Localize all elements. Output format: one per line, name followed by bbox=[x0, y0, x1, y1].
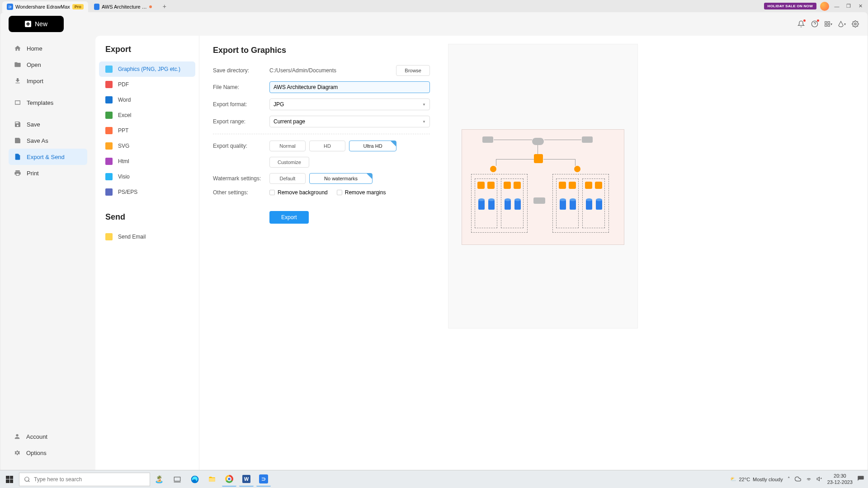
ec2-icon bbox=[514, 182, 521, 189]
sidebar-item-export[interactable]: Export & Send bbox=[9, 149, 87, 165]
bell-icon[interactable] bbox=[797, 20, 805, 28]
export-item-html[interactable]: Html bbox=[99, 154, 195, 169]
search-placeholder: Type here to search bbox=[34, 476, 82, 483]
remove-margin-label: Remove margins bbox=[345, 189, 386, 196]
saveas-icon bbox=[14, 137, 21, 144]
export-button[interactable]: Export bbox=[269, 211, 309, 224]
divider bbox=[213, 134, 430, 134]
start-button[interactable] bbox=[0, 470, 19, 488]
sidebar-item-open[interactable]: Open bbox=[9, 56, 87, 73]
quality-normal-button[interactable]: Normal bbox=[269, 141, 306, 151]
export-item-visio[interactable]: Visio bbox=[99, 169, 195, 184]
account-icon bbox=[14, 433, 21, 440]
watermark-default-button[interactable]: Default bbox=[269, 173, 306, 184]
sidebar-item-print[interactable]: Print bbox=[9, 165, 87, 181]
export-type-list: Export Graphics (PNG, JPG etc.) PDF Word… bbox=[95, 36, 199, 470]
word-icon: W bbox=[242, 475, 250, 483]
sidebar-label: Account bbox=[26, 433, 47, 440]
app-tab[interactable]: ⊃ Wondershare EdrawMax Pro bbox=[2, 1, 88, 12]
svg-point-5 bbox=[854, 23, 856, 25]
html-icon bbox=[105, 158, 113, 165]
taskbar-search[interactable]: Type here to search bbox=[19, 473, 150, 486]
export-item-ppt[interactable]: PPT bbox=[99, 123, 195, 138]
quality-ultrahd-button[interactable]: Ultra HD bbox=[349, 141, 396, 151]
help-dot bbox=[817, 19, 819, 22]
database-icon bbox=[514, 200, 521, 210]
taskbar-scene-icon[interactable]: 🏝️ bbox=[152, 473, 166, 486]
sidebar-label: Export & Send bbox=[27, 154, 65, 160]
export-item-label: PDF bbox=[118, 81, 129, 88]
task-view-icon[interactable] bbox=[170, 473, 184, 486]
app-tab-label: Wondershare EdrawMax bbox=[15, 4, 70, 9]
selected-tick-icon bbox=[367, 174, 372, 179]
tray-wifi-icon[interactable] bbox=[806, 476, 812, 483]
sidebar-label: Save bbox=[27, 121, 40, 128]
save-dir-label: Save directory: bbox=[213, 67, 269, 74]
tray-volume-icon[interactable] bbox=[816, 476, 823, 483]
taskbar-chrome[interactable] bbox=[222, 472, 236, 487]
users-icon bbox=[582, 136, 593, 143]
remove-margin-checkbox[interactable] bbox=[337, 190, 342, 195]
document-tab[interactable]: AWS Architecture … bbox=[90, 1, 156, 12]
taskbar-word[interactable]: W bbox=[239, 472, 254, 487]
watermark-none-button[interactable]: No watermarks bbox=[309, 173, 373, 184]
export-item-graphics[interactable]: Graphics (PNG, JPG etc.) bbox=[99, 61, 195, 77]
taskbar-explorer[interactable] bbox=[205, 472, 219, 487]
mail-icon bbox=[105, 233, 113, 240]
format-select[interactable]: JPG ▼ bbox=[269, 99, 430, 110]
filename-input[interactable] bbox=[269, 81, 430, 93]
export-item-email[interactable]: Send Email bbox=[99, 229, 195, 244]
sidebar-item-save[interactable]: Save bbox=[9, 116, 87, 132]
titlebar: ⊃ Wondershare EdrawMax Pro AWS Architect… bbox=[0, 0, 868, 12]
export-item-label: Excel bbox=[118, 112, 131, 118]
export-section-title: Export bbox=[99, 45, 195, 61]
customize-button[interactable]: Customize bbox=[269, 157, 309, 168]
form-title: Export to Graphics bbox=[213, 46, 430, 55]
browse-button[interactable]: Browse bbox=[396, 65, 430, 76]
new-button[interactable]: New bbox=[9, 16, 64, 32]
users-icon bbox=[482, 136, 493, 143]
sidebar-item-saveas[interactable]: Save As bbox=[9, 132, 87, 149]
appbar: New ▾ ▾ bbox=[0, 12, 868, 36]
svg-point-6 bbox=[16, 434, 18, 436]
sidebar-item-home[interactable]: Home bbox=[9, 40, 87, 56]
apps-icon[interactable]: ▾ bbox=[824, 20, 832, 28]
quality-hd-button[interactable]: HD bbox=[309, 141, 345, 151]
tray-onedrive-icon[interactable] bbox=[795, 476, 801, 483]
maximize-button[interactable]: ❐ bbox=[844, 2, 853, 10]
visio-icon bbox=[105, 173, 113, 180]
tray-chevron-icon[interactable]: ˄ bbox=[788, 476, 790, 482]
user-avatar[interactable] bbox=[820, 2, 829, 11]
sidebar-label: Save As bbox=[27, 137, 48, 144]
windows-taskbar: Type here to search 🏝️ W ⊃ ⛅ 22°C Mostly… bbox=[0, 470, 868, 488]
close-button[interactable]: ✕ bbox=[856, 2, 864, 10]
export-item-excel[interactable]: Excel bbox=[99, 108, 195, 123]
taskbar-edrawmax[interactable]: ⊃ bbox=[256, 472, 271, 487]
range-select[interactable]: Current page ▼ bbox=[269, 116, 430, 127]
export-item-svg[interactable]: SVG bbox=[99, 138, 195, 154]
ec2-icon bbox=[585, 182, 592, 189]
help-icon[interactable] bbox=[811, 20, 819, 28]
ec2-icon bbox=[559, 182, 566, 189]
other-label: Other settings: bbox=[213, 189, 269, 196]
sidebar-item-account[interactable]: Account bbox=[8, 428, 90, 445]
taskbar-edge[interactable] bbox=[188, 472, 202, 487]
add-tab-button[interactable]: + bbox=[160, 2, 169, 11]
svg-icon bbox=[105, 142, 113, 150]
weather-widget[interactable]: ⛅ 22°C Mostly cloudy bbox=[730, 476, 783, 482]
tray-notifications-icon[interactable] bbox=[857, 475, 864, 483]
theme-icon[interactable]: ▾ bbox=[838, 20, 846, 28]
sidebar-item-options[interactable]: Options bbox=[8, 445, 90, 461]
sidebar-item-import[interactable]: Import bbox=[9, 73, 87, 89]
taskbar-clock[interactable]: 20:30 23-12-2023 bbox=[827, 473, 853, 485]
settings-icon[interactable] bbox=[851, 20, 859, 28]
ps-icon bbox=[105, 188, 113, 196]
export-item-pdf[interactable]: PDF bbox=[99, 77, 195, 92]
export-item-pseps[interactable]: PS/EPS bbox=[99, 184, 195, 200]
content-panel: Export Graphics (PNG, JPG etc.) PDF Word… bbox=[95, 36, 868, 470]
sidebar-item-templates[interactable]: Templates bbox=[9, 94, 87, 111]
remove-bg-checkbox[interactable] bbox=[269, 190, 275, 195]
export-item-word[interactable]: Word bbox=[99, 92, 195, 108]
holiday-sale-badge[interactable]: HOLIDAY SALE ON NOW bbox=[764, 3, 816, 9]
minimize-button[interactable]: — bbox=[833, 2, 841, 10]
